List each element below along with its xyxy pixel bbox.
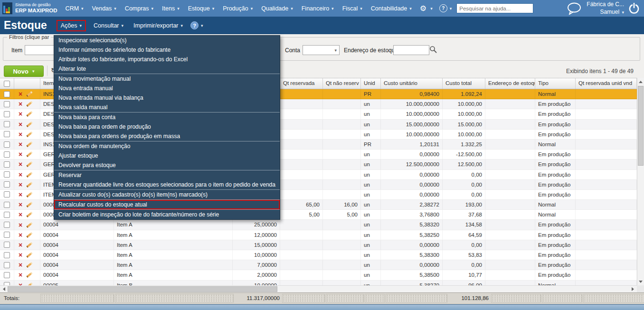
delete-icon[interactable]: × [19,171,22,178]
header-tipo[interactable]: Tipo [535,78,576,89]
edit-icon[interactable] [26,274,33,276]
scroll-down-arrow[interactable] [639,281,643,283]
gear-chevron-down-icon[interactable]: ▾ [428,6,436,11]
edit-icon[interactable] [26,123,33,125]
delete-icon[interactable]: × [19,121,22,128]
chat-icon[interactable] [567,2,582,15]
delete-icon[interactable]: × [19,262,22,268]
row-checkbox[interactable] [4,282,10,285]
header-check[interactable] [0,78,14,89]
delete-icon[interactable]: × [19,242,22,248]
scroll-up-arrow[interactable] [639,81,643,83]
row-checkbox[interactable] [4,262,10,268]
actions-menu-item-nova-entrada-manual[interactable]: Nova entrada manual [54,84,280,93]
actions-menu-item-nova-entrada-manual-via-balanca[interactable]: Nova entrada manual via balança [54,93,280,103]
actions-menu-item-devolver-para-estoque[interactable]: Devolver para estoque [54,160,280,170]
actions-menu-item-atualizar-custo-do-s-cadastro-s-do-s-item-ns-mar[interactable]: Atualizar custo do(s) cadastro(s) do(s) … [54,190,280,199]
edit-icon[interactable] [26,254,33,256]
delete-icon[interactable]: × [19,211,22,218]
row-checkbox[interactable] [4,242,10,248]
row-checkbox[interactable] [4,101,10,107]
table-row[interactable]: ×00004Item A15,00000un0,000000,00Em prod… [0,240,637,250]
edit-icon[interactable] [26,133,33,135]
row-checkbox[interactable] [4,181,10,188]
row-checkbox[interactable] [4,252,10,258]
page-help-icon[interactable]: ? [190,21,199,29]
acoes-menu-button[interactable]: Ações ▾ [57,20,86,31]
edit-icon[interactable] [26,224,33,226]
search-icon[interactable] [429,46,437,53]
edit-icon[interactable] [26,194,33,196]
table-row[interactable]: ×00004Item A25,00000un5,38320134,58Em pr… [0,220,637,230]
vertical-scrollbar-thumb[interactable] [638,86,644,166]
novo-button[interactable]: Novo ▾ [4,66,44,77]
delete-icon[interactable]: × [19,232,22,238]
top-menu-contabilidade[interactable]: Contabilidade▾ [367,0,416,17]
row-checkbox[interactable] [4,141,10,148]
edit-icon[interactable] [26,204,33,206]
delete-icon[interactable]: × [19,201,22,208]
header-qtres[interactable]: Qt reservada [280,78,323,89]
imprimir-exportar-menu-button[interactable]: Imprimir/exportar ▾ [130,21,186,30]
delete-icon[interactable]: × [19,191,22,198]
actions-menu-item-nova-ordem-de-manutencao[interactable]: Nova ordem de manutenção [54,141,280,151]
actions-menu-item-recalcular-custos-do-estoque-atual[interactable]: Recalcular custos do estoque atual [54,200,280,209]
row-checkbox[interactable] [4,111,10,117]
actions-menu-item-inspecionar-selecionado-s[interactable]: Inspecionar selecionado(s) [54,36,280,45]
delete-icon[interactable]: × [19,131,22,138]
row-checkbox[interactable] [4,272,10,278]
top-menu-fiscal[interactable]: Fiscal▾ [338,0,367,17]
delete-icon[interactable]: × [19,181,22,188]
actions-menu-item-ajustar-estoque[interactable]: Ajustar estoque [54,151,280,160]
delete-icon[interactable]: × [19,91,22,97]
row-checkbox[interactable] [4,121,10,127]
edit-icon[interactable] [26,93,33,95]
delete-icon[interactable]: × [19,141,22,148]
actions-menu-item-reservar-quantidade-livre-dos-estoques-seleciona[interactable]: Reservar quantidade livre dos estoques s… [54,180,280,189]
top-menu-estoque[interactable]: Estoque▾ [184,0,218,17]
edit-icon[interactable] [26,264,33,266]
actions-menu-item-nova-saida-manual[interactable]: Nova saída manual [54,103,280,112]
delete-icon[interactable]: × [19,272,22,278]
select-all-checkbox[interactable] [4,81,10,87]
help-chevron-down-icon[interactable]: ▾ [447,6,455,11]
row-checkbox[interactable] [4,222,10,228]
delete-icon[interactable]: × [19,151,22,158]
table-row[interactable]: ×00004Item A10,00000un5,3830053,83Em pro… [0,250,637,260]
row-checkbox[interactable] [4,202,10,208]
delete-icon[interactable]: × [19,252,22,258]
header-cunit[interactable]: Custo unitário [381,78,443,89]
actions-menu-item-nova-baixa-para-ordem-de-producao[interactable]: Nova baixa para ordem de produção [54,122,280,132]
actions-menu-item-nova-movimentacao-manual[interactable]: Nova movimentação manual [54,74,280,84]
edit-icon[interactable] [26,184,33,186]
top-menu-qualidade[interactable]: Qualidade▾ [257,0,297,17]
endereco-filter-input[interactable] [393,45,429,55]
actions-menu-item-atribuir-lotes-do-fabricante-importando-os-do-ex[interactable]: Atribuir lotes do fabricante, importando… [54,55,280,64]
actions-menu-item-informar-numeros-de-serie-lote-do-fabricante[interactable]: Informar números de série/lote do fabric… [54,45,280,55]
actions-menu-item-criar-boletim-de-inspecao-do-lote-do-fabricante-[interactable]: Criar boletim de inspeção do lote do fab… [54,210,280,219]
power-icon[interactable] [629,3,639,14]
header-end[interactable]: Endereço de estoque [485,78,535,89]
top-menu-producao[interactable]: Produção▾ [218,0,257,17]
edit-icon[interactable] [26,163,33,165]
header-ctotal[interactable]: Custo total [443,78,485,89]
row-checkbox[interactable] [4,161,10,168]
horizontal-scrollbar-thumb[interactable] [8,286,277,292]
row-checkbox[interactable] [4,212,10,218]
row-checkbox[interactable] [4,131,10,137]
row-checkbox[interactable] [4,91,10,97]
consultar-menu-button[interactable]: Consultar ▾ [90,21,127,30]
header-qtnres[interactable]: Qt não reserv [323,78,361,89]
row-checkbox[interactable] [4,171,10,178]
delete-icon[interactable]: × [19,222,22,228]
filters-legend[interactable]: Filtros (clique par [7,34,51,40]
edit-icon[interactable] [26,113,33,115]
top-menu-crm[interactable]: CRM▾ [61,0,88,17]
delete-icon[interactable]: × [19,161,22,168]
actions-menu-item-nova-baixa-para-ordens-de-producao-em-massa[interactable]: Nova baixa para ordens de produção em ma… [54,132,280,141]
delete-icon[interactable]: × [19,111,22,117]
help-search-input[interactable] [456,3,533,13]
top-menu-itens[interactable]: Itens▾ [158,0,184,17]
edit-icon[interactable] [26,214,33,216]
scroll-right-arrow[interactable] [632,287,634,291]
